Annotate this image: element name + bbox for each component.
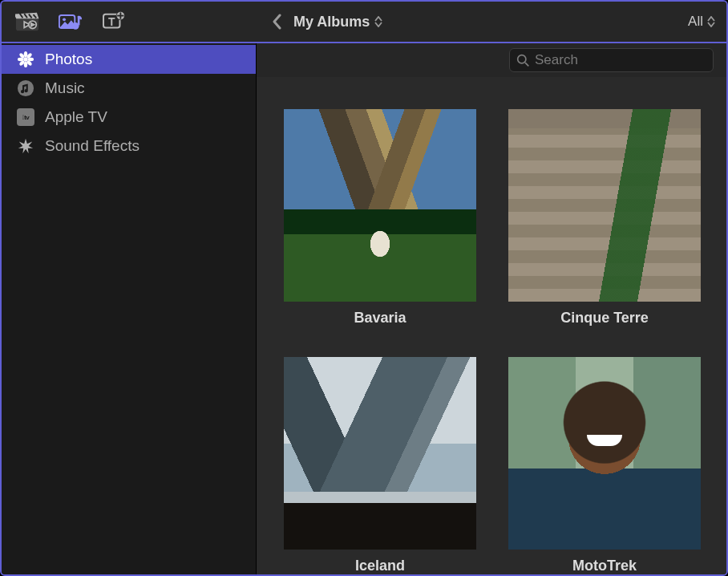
sidebar-item-label: Photos xyxy=(45,51,92,68)
svg-marker-24 xyxy=(18,139,33,153)
titles-tab[interactable]: T xyxy=(96,6,131,38)
search-icon xyxy=(516,54,530,67)
flower-icon xyxy=(16,50,35,69)
svg-text:T: T xyxy=(108,15,115,28)
album-label: Bavaria xyxy=(284,310,476,327)
music-note-icon xyxy=(16,79,35,98)
sidebar-item-label: Music xyxy=(45,79,85,97)
album-mototrek[interactable]: MotoTrek xyxy=(508,357,701,574)
body: Photos Music tv Apple TV xyxy=(2,43,726,574)
sidebar-item-appletv[interactable]: tv Apple TV xyxy=(2,103,256,132)
sidebar-item-photos[interactable]: Photos xyxy=(2,45,256,74)
sidebar-item-label: Sound Effects xyxy=(45,137,140,155)
updown-icon xyxy=(374,16,382,27)
sidebar-item-sound-effects[interactable]: Sound Effects xyxy=(2,132,256,160)
sidebar-item-music[interactable]: Music xyxy=(2,74,256,103)
svg-point-21 xyxy=(18,58,23,61)
filter-label: All xyxy=(688,14,703,30)
svg-rect-13 xyxy=(119,12,121,18)
svg-marker-3 xyxy=(31,23,34,26)
album-iceland[interactable]: Iceland xyxy=(284,357,476,574)
appletv-icon: tv xyxy=(16,107,35,127)
svg-point-14 xyxy=(23,57,28,62)
toolbar: T My Albums All xyxy=(2,2,726,43)
sidebar-item-label: Apple TV xyxy=(45,108,107,126)
search-row xyxy=(257,43,726,77)
album-bavaria[interactable]: Bavaria xyxy=(284,109,476,327)
album-thumbnail xyxy=(284,357,476,550)
svg-line-26 xyxy=(525,63,528,66)
svg-point-19 xyxy=(24,62,27,67)
clapperboard-tab[interactable] xyxy=(10,6,45,38)
breadcrumb-label: My Albums xyxy=(293,14,370,30)
toolbar-center: My Albums xyxy=(140,12,680,31)
album-cinque-terre[interactable]: Cinque Terre xyxy=(508,109,701,327)
album-label: Cinque Terre xyxy=(508,310,701,327)
album-thumbnail xyxy=(508,357,701,550)
media-browser-window: T My Albums All xyxy=(0,0,728,576)
album-thumbnail xyxy=(508,109,701,302)
svg-point-15 xyxy=(24,51,27,57)
sidebar: Photos Music tv Apple TV xyxy=(2,43,257,574)
svg-point-5 xyxy=(63,18,66,21)
svg-point-25 xyxy=(518,55,526,63)
album-label: Iceland xyxy=(284,558,476,574)
photos-audio-tab[interactable] xyxy=(53,6,88,38)
album-label: MotoTrek xyxy=(508,558,701,574)
updown-icon xyxy=(707,16,715,27)
album-thumbnail xyxy=(284,109,476,302)
back-button[interactable] xyxy=(268,12,287,31)
burst-icon xyxy=(16,136,35,156)
filter-popup[interactable]: All xyxy=(688,14,718,30)
breadcrumb-popup[interactable]: My Albums xyxy=(293,14,382,30)
content-area: Bavaria Cinque Terre Iceland MotoTrek xyxy=(257,43,726,574)
album-grid: Bavaria Cinque Terre Iceland MotoTrek xyxy=(257,77,726,574)
svg-point-17 xyxy=(28,58,34,61)
svg-point-23 xyxy=(18,80,34,96)
search-field[interactable] xyxy=(509,48,714,72)
search-input[interactable] xyxy=(535,52,706,68)
